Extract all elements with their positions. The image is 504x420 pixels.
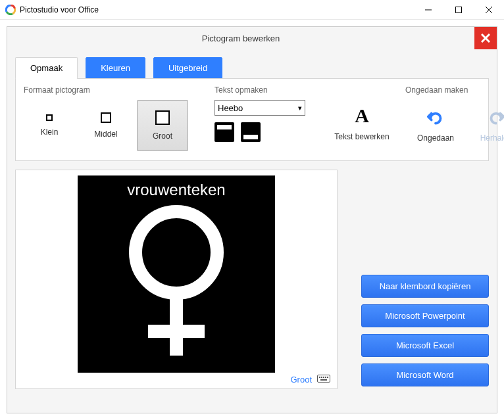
copy-clipboard-button[interactable]: Naar klembord kopiëren: [361, 275, 489, 298]
svg-rect-10: [318, 375, 330, 383]
editor-panel: Pictogram bewerken Opmaak Kleuren Uitgeb…: [7, 26, 497, 413]
label-bottom-icon: [243, 135, 258, 139]
pictogram-text: vrouwenteken: [127, 181, 225, 199]
large-square-icon: [155, 110, 170, 125]
svg-rect-16: [320, 379, 327, 381]
size-groot-button[interactable]: Groot: [137, 100, 188, 151]
small-square-icon: [46, 114, 53, 121]
female-symbol-icon: [107, 203, 245, 361]
export-powerpoint-button[interactable]: Microsoft Powerpoint: [361, 304, 489, 327]
svg-rect-2: [456, 7, 462, 12]
chevron-down-icon: ▾: [298, 104, 302, 112]
label-top-icon: [217, 125, 232, 129]
tab-kleuren[interactable]: Kleuren: [86, 57, 145, 79]
maximize-button[interactable]: [443, 0, 474, 20]
edit-text-button[interactable]: A Tekst bewerken: [332, 97, 392, 149]
svg-rect-14: [325, 377, 326, 378]
size-middel-button[interactable]: Middel: [80, 100, 132, 151]
titlebar: Pictostudio voor Office: [0, 0, 504, 20]
text-section-label: Tekst opmaken: [214, 85, 305, 95]
window-title: Pictostudio voor Office: [20, 5, 413, 14]
format-section: Formaat pictogram Klein Middel Groot: [24, 85, 188, 151]
medium-square-icon: [101, 112, 111, 123]
minimize-button[interactable]: [413, 0, 443, 20]
tab-opmaak[interactable]: Opmaak: [15, 57, 78, 79]
window-close-button[interactable]: [474, 0, 504, 20]
preview-card: vrouwenteken Groot: [15, 170, 338, 389]
pictogram-preview: vrouwenteken: [78, 175, 275, 373]
font-dropdown[interactable]: Heebo ▾: [214, 100, 305, 116]
undo-section-label: Ongedaan maken: [405, 85, 504, 95]
size-klein-button[interactable]: Klein: [24, 100, 75, 151]
undo-button[interactable]: Ongedaan: [405, 100, 466, 151]
format-section-label: Formaat pictogram: [24, 85, 188, 95]
ribbon: Formaat pictogram Klein Middel Groot: [15, 78, 489, 161]
undo-icon: [426, 108, 445, 128]
redo-button[interactable]: Herhalen: [466, 100, 504, 151]
tab-uitgebreid[interactable]: Uitgebreid: [153, 57, 222, 79]
preview-size-link[interactable]: Groot: [290, 375, 312, 385]
text-section: Tekst opmaken Heebo ▾: [214, 85, 305, 151]
panel-title: Pictogram bewerken: [7, 34, 474, 43]
svg-rect-15: [327, 377, 328, 378]
svg-rect-12: [321, 377, 322, 378]
app-icon: [5, 5, 16, 15]
undo-section: Ongedaan maken Ongedaan: [405, 85, 504, 151]
svg-point-7: [136, 212, 217, 293]
label-top-button[interactable]: [214, 122, 234, 142]
panel-close-button[interactable]: [474, 27, 497, 49]
svg-rect-11: [319, 377, 320, 378]
export-word-button[interactable]: Microsoft Word: [361, 363, 489, 386]
letter-a-icon: A: [355, 105, 369, 127]
tab-bar: Opmaak Kleuren Uitgebreid: [7, 49, 497, 79]
export-excel-button[interactable]: Microsoft Excel: [361, 334, 489, 357]
svg-rect-13: [323, 377, 324, 378]
label-bottom-button[interactable]: [241, 122, 261, 142]
redo-icon: [486, 108, 504, 128]
keyboard-icon[interactable]: [317, 375, 330, 385]
